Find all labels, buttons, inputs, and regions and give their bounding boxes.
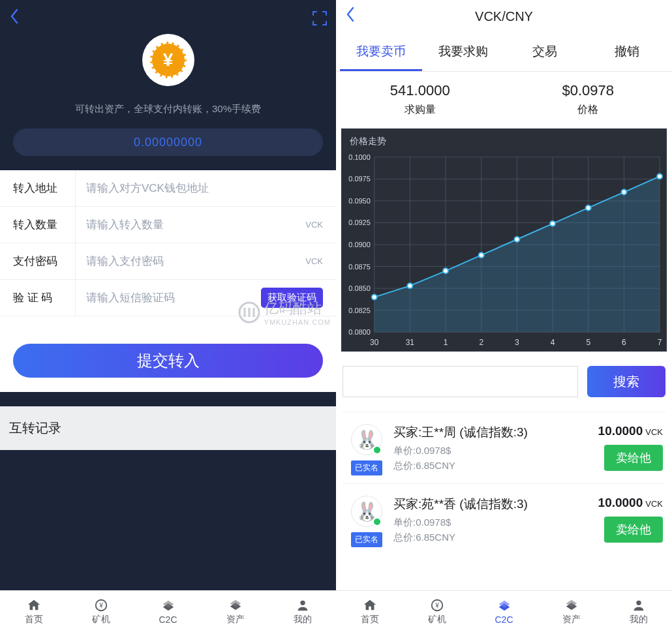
sell-button[interactable]: 卖给他 [604, 445, 663, 471]
tab-mine[interactable]: 我的 [605, 591, 672, 632]
svg-text:0.0925: 0.0925 [348, 218, 370, 226]
svg-point-41 [407, 283, 412, 288]
price-label: 价格 [504, 103, 673, 117]
tab-home[interactable]: 首页 [336, 591, 403, 632]
search-input-wrap [343, 366, 578, 397]
tab-miner[interactable]: ¥矿机 [67, 591, 134, 632]
total-price: 总价:6.85CNY [393, 460, 598, 472]
svg-text:0.1000: 0.1000 [348, 153, 370, 161]
asset-note: 可转出资产，全球支付内转账，30%手续费 [0, 99, 336, 128]
buyer-name: 买家:王**周 (诚信指数:3) [393, 424, 598, 441]
svg-text:¥: ¥ [99, 601, 103, 609]
tabbar-right: 首页 ¥矿机 C2C 资产 我的 [336, 590, 672, 632]
unit-price: 单价:0.0978$ [393, 445, 598, 457]
svg-point-47 [621, 190, 626, 195]
page-title: VCK/CNY [336, 9, 672, 24]
svg-text:¥: ¥ [435, 601, 439, 609]
tab-cancel[interactable]: 撤销 [586, 33, 668, 71]
address-input[interactable] [86, 182, 323, 195]
svg-point-45 [550, 221, 555, 226]
watermark: 亿码酷站 YMKUZHAN.COM [238, 299, 331, 326]
svg-point-3 [300, 600, 305, 605]
unit-price: 单价:0.0978$ [393, 517, 598, 529]
back-icon[interactable] [8, 7, 21, 30]
svg-text:0.0875: 0.0875 [348, 263, 370, 271]
svg-text:2: 2 [479, 338, 483, 347]
svg-text:7: 7 [658, 338, 662, 347]
watermark-sub: YMKUZHAN.COM [264, 318, 331, 326]
svg-text:1: 1 [444, 338, 448, 347]
svg-text:4: 4 [551, 338, 555, 347]
pwd-input[interactable] [86, 255, 305, 268]
verified-badge: 已实名 [351, 460, 382, 475]
svg-text:0.0825: 0.0825 [348, 307, 370, 314]
avatar: 🐰 [351, 424, 382, 455]
right-navbar: VCK/CNY [336, 0, 672, 33]
address-label: 转入地址 [13, 170, 76, 206]
scan-icon[interactable] [311, 10, 328, 27]
sell-button[interactable]: 卖给他 [604, 517, 663, 543]
tab-assets[interactable]: 资产 [538, 591, 605, 632]
search-button[interactable]: 搜索 [587, 366, 665, 397]
demand-value: 541.0000 [336, 82, 504, 99]
tab-home[interactable]: 首页 [0, 591, 67, 632]
tab-miner[interactable]: ¥矿机 [403, 591, 470, 632]
svg-point-48 [657, 173, 662, 179]
tab-assets[interactable]: 资产 [202, 591, 269, 632]
svg-point-43 [479, 252, 484, 258]
submit-button[interactable]: 提交转入 [13, 344, 323, 378]
svg-text:6: 6 [622, 338, 626, 347]
tab-sell[interactable]: 我要卖币 [340, 33, 422, 71]
search-input[interactable] [343, 367, 577, 397]
svg-text:5: 5 [586, 338, 590, 347]
amount: 10.0000VCK [598, 424, 663, 438]
market-tabs: 我要卖币 我要求购 交易 撤销 [336, 33, 672, 72]
tab-mine[interactable]: 我的 [269, 591, 336, 632]
svg-text:0.0900: 0.0900 [348, 241, 370, 248]
listing-card: 🐰 已实名 买家:王**周 (诚信指数:3) 单价:0.0978$ 总价:6.8… [343, 412, 665, 483]
price-value: $0.0978 [504, 82, 673, 99]
svg-text:0.0850: 0.0850 [348, 284, 370, 292]
chart-card: 价格走势 0.08000.08250.08500.08750.09000.092… [341, 128, 667, 352]
svg-text:0.0950: 0.0950 [348, 197, 370, 205]
svg-text:0.0800: 0.0800 [348, 328, 370, 336]
records-title: 互转记录 [0, 406, 336, 450]
amount-label: 转入数量 [13, 207, 76, 243]
demand-label: 求购量 [336, 103, 504, 117]
svg-text:0.0975: 0.0975 [348, 175, 370, 183]
verified-badge: 已实名 [351, 532, 382, 547]
price-chart: 0.08000.08250.08500.08750.09000.09250.09… [342, 151, 666, 351]
svg-text:30: 30 [370, 338, 379, 347]
pwd-unit: VCK [305, 256, 323, 266]
svg-text:3: 3 [515, 338, 519, 347]
avatar: 🐰 [351, 496, 382, 527]
watermark-text: 亿码酷站 [264, 299, 331, 318]
svg-point-51 [636, 600, 641, 605]
code-input[interactable] [86, 292, 261, 305]
tabbar-left: 首页 ¥矿机 C2C 资产 我的 [0, 590, 336, 632]
pwd-label: 支付密码 [13, 243, 76, 279]
listing-card: 🐰 已实名 买家:苑**香 (诚信指数:3) 单价:0.0978$ 总价:6.8… [343, 483, 665, 555]
svg-text:31: 31 [406, 338, 415, 347]
tab-c2c[interactable]: C2C [470, 591, 538, 632]
left-navbar [0, 7, 336, 30]
svg-point-44 [514, 237, 519, 242]
amount: 10.0000VCK [598, 496, 663, 510]
coin-logo: ¥ [142, 34, 194, 86]
code-label: 验 证 码 [13, 280, 76, 316]
buyer-name: 买家:苑**香 (诚信指数:3) [393, 496, 598, 513]
total-price: 总价:6.85CNY [393, 532, 598, 544]
tab-trade[interactable]: 交易 [504, 33, 587, 71]
svg-point-46 [586, 205, 591, 211]
svg-point-42 [443, 268, 448, 273]
amount-unit: VCK [305, 220, 323, 230]
amount-input[interactable] [86, 218, 305, 232]
balance-pill: 0.00000000 [13, 128, 323, 156]
chart-title: 价格走势 [342, 129, 666, 151]
tab-buy[interactable]: 我要求购 [422, 33, 504, 71]
tab-c2c[interactable]: C2C [134, 591, 202, 632]
svg-point-40 [372, 295, 377, 300]
